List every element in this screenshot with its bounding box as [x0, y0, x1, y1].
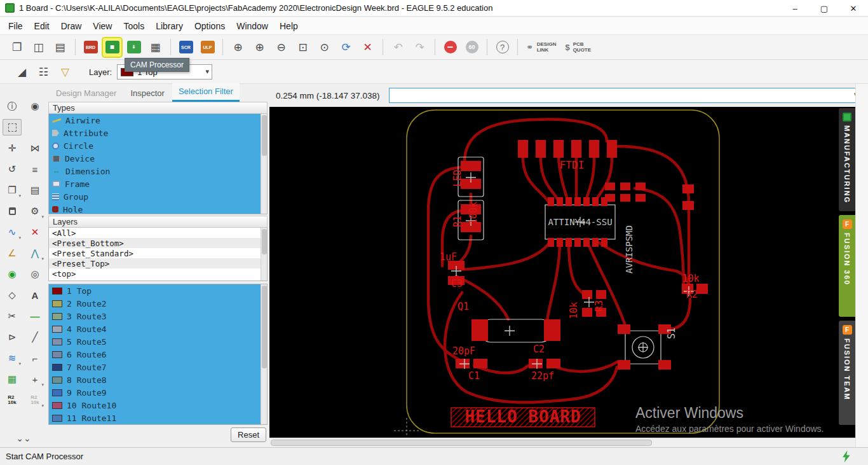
- circle-button[interactable]: ◎: [25, 266, 44, 282]
- board-canvas[interactable]: LED R1 100k FTDI ATTINY44-SSU AVRISPSMD …: [269, 107, 855, 438]
- delete-button[interactable]: [3, 203, 22, 219]
- run-ulp-icon[interactable]: ULP: [198, 38, 217, 57]
- change-button[interactable]: ⚙▾: [25, 203, 44, 219]
- menu-file[interactable]: File: [3, 18, 29, 34]
- maximize-button[interactable]: ▢: [810, 0, 839, 17]
- layer-row[interactable]: 8 Route8: [49, 373, 267, 386]
- menu-view[interactable]: View: [87, 18, 118, 34]
- design-link-button[interactable]: ⚭ DESIGN LINK: [526, 41, 556, 53]
- type-row-attribute[interactable]: Attribute: [49, 127, 267, 139]
- lightning-bolt-icon[interactable]: [841, 450, 851, 462]
- menu-edit[interactable]: Edit: [29, 18, 55, 34]
- layer-row[interactable]: 11 Route11: [49, 412, 267, 424]
- types-list[interactable]: Airwire Attribute Circle Device ↔Dimensi…: [48, 114, 268, 214]
- help-icon[interactable]: ?: [493, 38, 512, 57]
- wire-button[interactable]: —: [25, 308, 44, 324]
- run-script-icon[interactable]: SCR: [177, 38, 195, 57]
- go-job-icon[interactable]: 60: [463, 38, 481, 57]
- layer-row[interactable]: 7 Route7: [49, 361, 267, 373]
- menu-options[interactable]: Options: [189, 18, 231, 34]
- horizontal-scroll-thumb[interactable]: [271, 440, 652, 446]
- layer-row[interactable]: 1 Top: [49, 284, 267, 297]
- layer-row[interactable]: 4 Route4: [49, 323, 267, 335]
- paste-button[interactable]: ▤: [25, 182, 44, 198]
- smash-button[interactable]: R210k ▾: [25, 392, 44, 408]
- preset-row[interactable]: <Preset_Bottom>: [49, 238, 267, 248]
- zoom-in-icon[interactable]: ⊕: [250, 38, 269, 57]
- meander-button[interactable]: ≋▾: [3, 350, 22, 366]
- zoom-select-icon[interactable]: ⊡: [294, 38, 312, 57]
- layers-scrollbar[interactable]: [261, 284, 267, 424]
- stop-job-icon[interactable]: –: [441, 38, 459, 57]
- type-row-airwire[interactable]: Airwire: [49, 114, 267, 127]
- info-button[interactable]: ⓘ: [3, 98, 22, 115]
- type-row-circle[interactable]: Circle: [49, 139, 267, 152]
- canvas-vertical-scrollbar[interactable]: [855, 84, 868, 447]
- layer-row[interactable]: 5 Route5: [49, 335, 267, 348]
- tab-manufacturing[interactable]: MANUFACTURING: [839, 108, 855, 211]
- menu-library[interactable]: Library: [150, 18, 189, 34]
- layer-row[interactable]: 10 Route10: [49, 399, 267, 412]
- arc-button[interactable]: ⌐: [25, 350, 44, 366]
- zoom-fit-icon[interactable]: ⊕: [229, 38, 247, 57]
- cam-processor-button[interactable]: ▦: [103, 38, 121, 57]
- presets-scrollbar[interactable]: [261, 228, 267, 281]
- menu-window[interactable]: Window: [231, 18, 274, 34]
- show-button[interactable]: ◉: [25, 98, 44, 115]
- minimize-button[interactable]: –: [780, 0, 810, 17]
- copy-button[interactable]: ❐▾: [3, 182, 22, 198]
- miter-button[interactable]: ∠: [3, 245, 22, 261]
- canvas-horizontal-scrollbar[interactable]: [269, 438, 855, 447]
- label-button[interactable]: ⊳: [3, 329, 22, 345]
- command-input[interactable]: [389, 88, 860, 103]
- tab-selection-filter[interactable]: Selection Filter: [172, 83, 240, 102]
- polygon-button[interactable]: ◇: [3, 287, 22, 303]
- reset-button[interactable]: Reset: [231, 427, 266, 442]
- undo-icon[interactable]: ↶: [389, 38, 407, 57]
- type-row-hole[interactable]: Hole: [49, 203, 267, 214]
- tab-fusion-team[interactable]: F FUSION TEAM: [839, 321, 855, 425]
- cam-export-icon[interactable]: ⇓: [125, 38, 143, 57]
- type-row-device[interactable]: Device: [49, 152, 267, 165]
- rotate-button[interactable]: ↺: [3, 161, 22, 177]
- via-button[interactable]: ◉: [3, 266, 22, 282]
- grid-icon[interactable]: ☷: [34, 63, 53, 81]
- preset-row[interactable]: <Preset_Standard>: [49, 248, 267, 258]
- stop-command-icon[interactable]: ✕: [358, 38, 377, 57]
- type-row-dimension[interactable]: ↔Dimension: [49, 165, 267, 177]
- dimension-button[interactable]: ╱: [25, 329, 44, 345]
- print-icon[interactable]: ▤: [51, 38, 69, 57]
- array-button[interactable]: ▦: [3, 371, 22, 387]
- redo-icon[interactable]: ↷: [410, 38, 429, 57]
- layers-list[interactable]: 1 Top 2 Route2 3 Route3 4 Route4 5 Route…: [48, 284, 268, 425]
- route-airwire-button[interactable]: ∿▾: [3, 224, 22, 240]
- tab-inspector[interactable]: Inspector: [124, 85, 170, 102]
- chevron-down-icon[interactable]: ▾: [206, 67, 210, 76]
- ripup-button[interactable]: ✕: [25, 224, 44, 240]
- close-button[interactable]: ✕: [839, 0, 868, 17]
- board-schematic-icon[interactable]: BRD: [81, 38, 100, 57]
- preset-row[interactable]: <All>: [49, 228, 267, 238]
- filter-funnel-icon[interactable]: ▽: [56, 63, 74, 81]
- tab-design-manager[interactable]: Design Manager: [50, 85, 123, 102]
- mirror-style-icon[interactable]: ◢: [13, 63, 31, 81]
- tab-fusion-360[interactable]: F FUSION 360: [839, 215, 855, 317]
- select-button[interactable]: [3, 119, 22, 135]
- split-button[interactable]: ⋀▾: [25, 245, 44, 261]
- layer-row[interactable]: 6 Route6: [49, 348, 267, 361]
- preset-row[interactable]: <top>: [49, 268, 267, 279]
- menu-help[interactable]: Help: [274, 18, 304, 34]
- type-row-frame[interactable]: Frame: [49, 177, 267, 190]
- zoom-redraw-icon[interactable]: ⊙: [315, 38, 334, 57]
- pcb-quote-button[interactable]: $ PCB QUOTE: [565, 41, 591, 53]
- menu-draw[interactable]: Draw: [55, 18, 88, 34]
- layer-row[interactable]: 2 Route2: [49, 297, 267, 310]
- zoom-out-icon[interactable]: ⊖: [272, 38, 290, 57]
- mirror-button[interactable]: ⋈: [25, 140, 44, 156]
- save-icon[interactable]: ◫: [29, 38, 48, 57]
- layer-presets-list[interactable]: <All> <Preset_Bottom> <Preset_Standard> …: [48, 228, 268, 281]
- layer-row[interactable]: 3 Route3: [49, 310, 267, 323]
- mark-button[interactable]: [25, 119, 44, 135]
- expand-palette-button[interactable]: ⌄⌄: [0, 433, 47, 443]
- cut-button[interactable]: ✂: [3, 308, 22, 324]
